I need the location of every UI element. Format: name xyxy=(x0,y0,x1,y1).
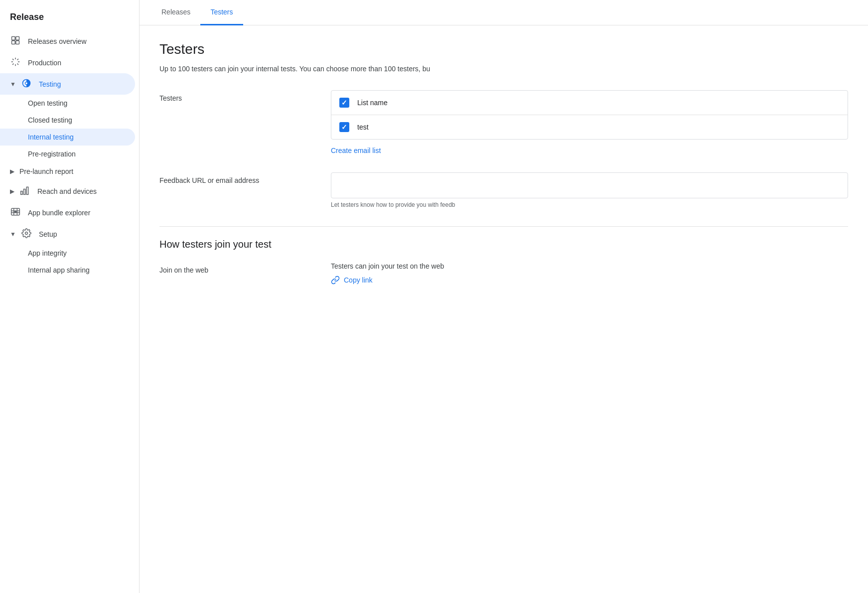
production-icon xyxy=(10,57,21,68)
test-label: test xyxy=(357,123,369,131)
svg-point-10 xyxy=(14,211,16,212)
tab-releases[interactable]: Releases xyxy=(151,0,200,25)
page-content: Testers Up to 100 testers can join your … xyxy=(140,25,868,593)
list-item: ✓ test xyxy=(331,115,848,139)
feedback-label: Feedback URL or email address xyxy=(159,172,319,208)
sidebar-title: Release xyxy=(0,8,139,30)
page-title: Testers xyxy=(159,41,848,57)
sidebar-item-internal-testing[interactable]: Internal testing xyxy=(0,129,135,146)
copy-link-icon xyxy=(331,275,340,285)
reach-chevron-icon: ▶ xyxy=(10,188,14,195)
svg-rect-6 xyxy=(21,191,22,195)
join-on-web-value: Testers can join your test on the web xyxy=(331,262,848,270)
join-section-title: How testers join your test xyxy=(159,239,848,250)
sidebar-item-label: Internal testing xyxy=(28,133,74,141)
sidebar-item-label: App bundle explorer xyxy=(28,209,90,217)
testers-section: Testers ✓ List name ✓ tes xyxy=(159,90,848,154)
feedback-content: Let testers know how to provide you with… xyxy=(331,172,848,208)
feedback-section: Feedback URL or email address Let tester… xyxy=(159,172,848,208)
svg-point-5 xyxy=(25,82,27,85)
tabs-bar: Releases Testers xyxy=(140,0,868,25)
join-on-web-label: Join on the web xyxy=(159,262,319,285)
svg-point-11 xyxy=(25,232,27,235)
svg-rect-1 xyxy=(16,37,19,40)
sidebar-item-label: Testing xyxy=(39,80,61,88)
sidebar-item-setup[interactable]: ▼ Setup xyxy=(0,223,135,245)
join-on-web-content: Testers can join your test on the web Co… xyxy=(331,262,848,285)
list-name-label: List name xyxy=(357,99,388,107)
reach-icon xyxy=(19,185,30,197)
sidebar-item-testing[interactable]: ▼ Testing xyxy=(0,73,135,95)
sidebar-item-internal-app-sharing[interactable]: Internal app sharing xyxy=(0,262,135,279)
setup-chevron-icon: ▼ xyxy=(10,231,16,238)
sidebar-item-closed-testing[interactable]: Closed testing xyxy=(0,112,135,129)
sidebar-item-label: Reach and devices xyxy=(37,187,97,195)
feedback-hint: Let testers know how to provide you with… xyxy=(331,201,848,208)
copy-link-button[interactable]: Copy link xyxy=(331,275,373,285)
testers-list: ✓ List name ✓ test xyxy=(331,90,848,140)
testing-icon xyxy=(21,78,32,90)
sidebar-item-open-testing[interactable]: Open testing xyxy=(0,95,135,112)
checkbox-list-name[interactable]: ✓ xyxy=(339,98,349,108)
testers-label: Testers xyxy=(159,90,319,154)
list-item: ✓ List name xyxy=(331,91,848,115)
sidebar-item-reach-and-devices[interactable]: ▶ Reach and devices xyxy=(0,180,135,202)
sidebar-item-label: Open testing xyxy=(28,99,67,107)
pre-launch-chevron-icon: ▶ xyxy=(10,168,14,175)
sidebar-item-label: Setup xyxy=(39,230,57,238)
sidebar-item-label: Pre-launch report xyxy=(19,167,73,175)
sidebar-item-app-bundle-explorer[interactable]: App bundle explorer xyxy=(0,202,135,223)
setup-icon xyxy=(21,228,32,240)
svg-rect-3 xyxy=(16,41,19,44)
testers-content: ✓ List name ✓ test Create email list xyxy=(331,90,848,154)
sidebar-item-pre-launch-report[interactable]: ▶ Pre-launch report xyxy=(0,162,135,180)
sidebar-item-label: Releases overview xyxy=(28,37,87,45)
sidebar-item-label: Production xyxy=(28,59,61,67)
checkbox-test[interactable]: ✓ xyxy=(339,122,349,132)
tab-testers[interactable]: Testers xyxy=(200,0,243,25)
copy-link-label: Copy link xyxy=(344,276,373,284)
sidebar-item-label: App integrity xyxy=(28,249,67,257)
app-bundle-icon xyxy=(10,207,21,218)
how-testers-join-section: How testers join your test Join on the w… xyxy=(159,239,848,285)
main-content: Releases Testers Testers Up to 100 teste… xyxy=(140,0,868,593)
sidebar-item-pre-registration[interactable]: Pre-registration xyxy=(0,146,135,162)
sidebar-item-label: Closed testing xyxy=(28,116,72,124)
sidebar: Release Releases overview Production ▼ xyxy=(0,0,140,593)
sidebar-item-label: Internal app sharing xyxy=(28,266,90,274)
releases-overview-icon xyxy=(10,35,21,47)
sidebar-item-releases-overview[interactable]: Releases overview xyxy=(0,30,135,52)
page-description: Up to 100 testers can join your internal… xyxy=(159,63,848,74)
testing-chevron-icon: ▼ xyxy=(10,81,16,88)
svg-rect-0 xyxy=(12,37,15,40)
feedback-input[interactable] xyxy=(331,172,848,198)
svg-rect-7 xyxy=(24,189,25,195)
join-on-web-section: Join on the web Testers can join your te… xyxy=(159,262,848,285)
svg-rect-8 xyxy=(26,187,28,194)
sidebar-item-production[interactable]: Production xyxy=(0,52,135,73)
create-email-list-link[interactable]: Create email list xyxy=(331,147,381,154)
sidebar-item-app-integrity[interactable]: App integrity xyxy=(0,245,135,262)
sidebar-item-label: Pre-registration xyxy=(28,150,76,158)
section-divider xyxy=(159,226,848,227)
svg-rect-2 xyxy=(12,41,15,44)
